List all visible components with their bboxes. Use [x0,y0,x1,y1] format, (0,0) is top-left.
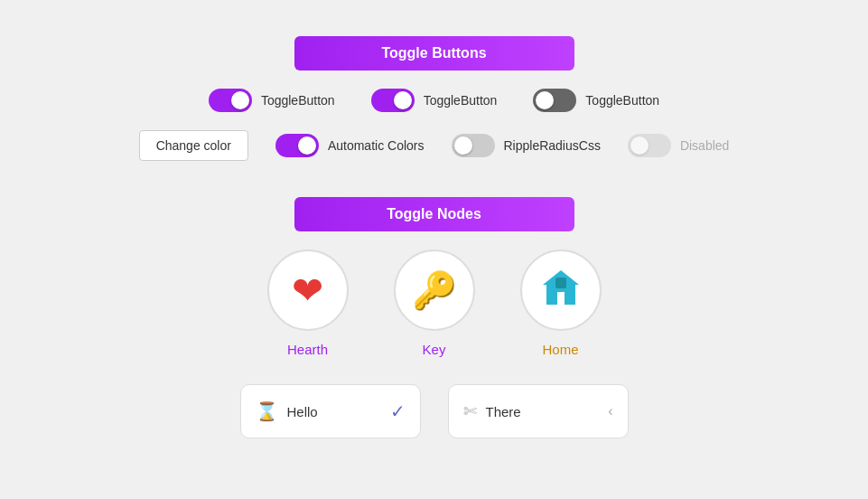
ripple-label: RippleRadiusCss [504,138,601,153]
nodes-row: ❤ Hearth 🔑 Key Home [267,250,602,357]
toggle-1[interactable] [209,89,252,112]
there-card-text: There [486,404,600,419]
toggle-group-2: ToggleButton [371,89,498,112]
toggle-2-label: ToggleButton [424,93,498,108]
hearth-label: Hearth [287,342,328,357]
scissors-icon: ✄ [463,401,477,421]
home-label: Home [542,342,578,357]
toggle-group-1: ToggleButton [209,89,335,112]
disabled-label: Disabled [680,138,729,153]
toggle-buttons-header[interactable]: Toggle Buttons [294,36,574,71]
chevron-left-icon: ‹ [608,403,612,419]
home-icon [539,267,583,315]
hello-card-text: Hello [287,404,381,419]
check-icon: ✓ [390,400,406,422]
controls-row: Change color Automatic Colors RippleRadi… [139,130,730,161]
auto-colors-toggle[interactable] [275,134,319,157]
history-icon: ⌛ [256,400,278,422]
hello-card[interactable]: ⌛ Hello ✓ [240,384,421,438]
toggle-2[interactable] [371,89,415,112]
auto-colors-label: Automatic Colors [328,138,425,153]
svg-rect-1 [555,278,566,288]
auto-colors-group: Automatic Colors [275,134,425,157]
main-container: Toggle Buttons ToggleButton ToggleButton [18,18,850,457]
disabled-group: Disabled [628,134,729,157]
node-hearth[interactable]: ❤ Hearth [267,250,349,357]
key-icon: 🔑 [412,269,457,312]
key-label: Key [423,342,446,357]
heart-icon: ❤ [292,268,323,313]
node-key[interactable]: 🔑 Key [394,250,475,357]
toggle-3[interactable] [533,89,576,112]
node-home[interactable]: Home [520,250,602,357]
home-circle [520,250,602,331]
change-color-button[interactable]: Change color [139,130,248,161]
toggle-group-3: ToggleButton [533,89,659,112]
disabled-toggle [628,134,671,157]
ripple-toggle[interactable] [452,134,495,157]
hearth-circle: ❤ [267,250,349,331]
there-card[interactable]: ✄ There ‹ [448,384,629,438]
ripple-group: RippleRadiusCss [452,134,601,157]
toggle-1-label: ToggleButton [261,93,335,108]
key-circle: 🔑 [394,250,475,331]
cards-row: ⌛ Hello ✓ ✄ There ‹ [240,384,629,438]
toggle-nodes-header[interactable]: Toggle Nodes [294,197,574,231]
toggle-buttons-row: ToggleButton ToggleButton ToggleButton [209,89,659,112]
toggle-3-label: ToggleButton [585,93,659,108]
